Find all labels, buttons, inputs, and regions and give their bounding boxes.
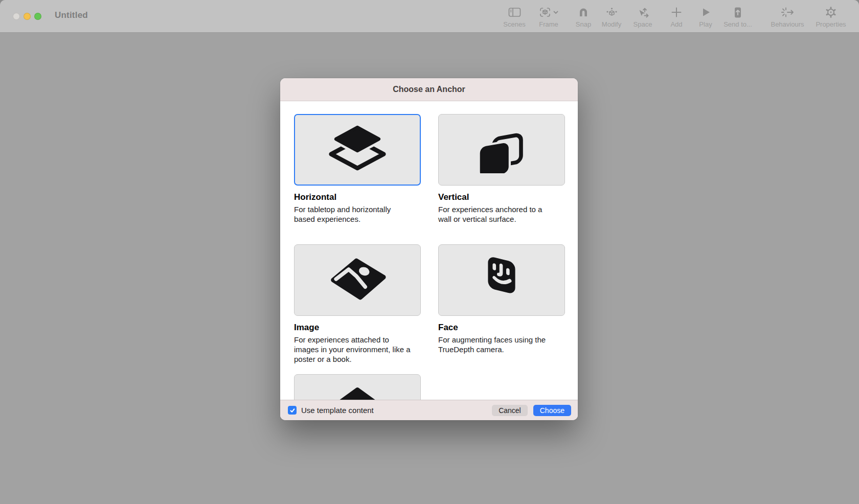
app-window: Untitled Scenes Frame Snap bbox=[0, 0, 859, 504]
anchor-name: Horizontal bbox=[294, 192, 422, 202]
zoom-button[interactable] bbox=[34, 13, 41, 20]
toolbar-button-send-to[interactable]: Send to... bbox=[714, 5, 761, 28]
anchor-option-partial bbox=[294, 374, 422, 400]
anchor-tile-image[interactable] bbox=[294, 244, 421, 316]
minimize-button[interactable] bbox=[24, 13, 31, 20]
checkbox-label[interactable]: Use template content bbox=[301, 406, 374, 415]
toolbar-label: Behaviours bbox=[764, 20, 811, 28]
dialog-body: Horizontal For tabletop and horizontally… bbox=[280, 101, 578, 400]
toolbar-button-behaviours[interactable]: Behaviours bbox=[764, 5, 811, 28]
anchor-tile-horizontal[interactable] bbox=[294, 114, 421, 186]
anchor-name: Face bbox=[438, 323, 566, 333]
anchor-option-horizontal: Horizontal For tabletop and horizontally… bbox=[294, 114, 422, 224]
toolbar-label: Send to... bbox=[714, 20, 761, 28]
anchor-option-face: Face For augmenting faces using the True… bbox=[438, 244, 566, 354]
dialog-title: Choose an Anchor bbox=[393, 85, 465, 94]
window-title: Untitled bbox=[55, 10, 88, 20]
anchor-name: Image bbox=[294, 323, 422, 333]
object-anchor-icon bbox=[328, 385, 387, 400]
choose-anchor-dialog: Choose an Anchor Horizontal For tabletop… bbox=[280, 78, 578, 420]
cancel-button[interactable]: Cancel bbox=[492, 405, 528, 416]
behaviours-spark-arrow-icon bbox=[764, 5, 811, 20]
gear-icon bbox=[807, 5, 854, 20]
anchor-description: For tabletop and horizontally based expe… bbox=[294, 204, 405, 224]
toolbar-button-properties[interactable]: Properties bbox=[807, 5, 854, 28]
anchor-description: For augmenting faces using the TrueDepth… bbox=[438, 335, 560, 354]
send-to-device-icon bbox=[714, 5, 761, 20]
chevron-down-icon bbox=[553, 11, 558, 14]
anchor-option-vertical: Vertical For experiences anchored to a w… bbox=[438, 114, 566, 224]
image-anchor-icon bbox=[328, 255, 387, 306]
toolbar-label: Properties bbox=[807, 20, 854, 28]
dialog-header: Choose an Anchor bbox=[280, 78, 578, 101]
anchor-description: For experiences attached to images in yo… bbox=[294, 335, 416, 364]
close-button[interactable] bbox=[13, 13, 20, 20]
frame-viewfinder-cube-icon bbox=[539, 7, 551, 18]
anchor-tile-face[interactable] bbox=[438, 244, 565, 316]
face-anchor-icon bbox=[472, 255, 531, 306]
anchor-description: For experiences anchored to a wall or ve… bbox=[438, 204, 555, 224]
traffic-lights bbox=[13, 13, 41, 20]
dialog-footer: Use template content Cancel Choose bbox=[280, 400, 578, 420]
use-template-content-checkbox[interactable] bbox=[288, 406, 297, 415]
anchor-name: Vertical bbox=[438, 192, 566, 202]
horizontal-anchor-icon bbox=[328, 125, 387, 174]
choose-button[interactable]: Choose bbox=[533, 405, 571, 416]
anchor-option-image: Image For experiences attached to images… bbox=[294, 244, 422, 364]
anchor-tile-vertical[interactable] bbox=[438, 114, 565, 186]
vertical-anchor-icon bbox=[472, 124, 531, 175]
anchor-tile-partial[interactable] bbox=[294, 374, 421, 400]
titlebar: Untitled Scenes Frame Snap bbox=[0, 0, 859, 33]
